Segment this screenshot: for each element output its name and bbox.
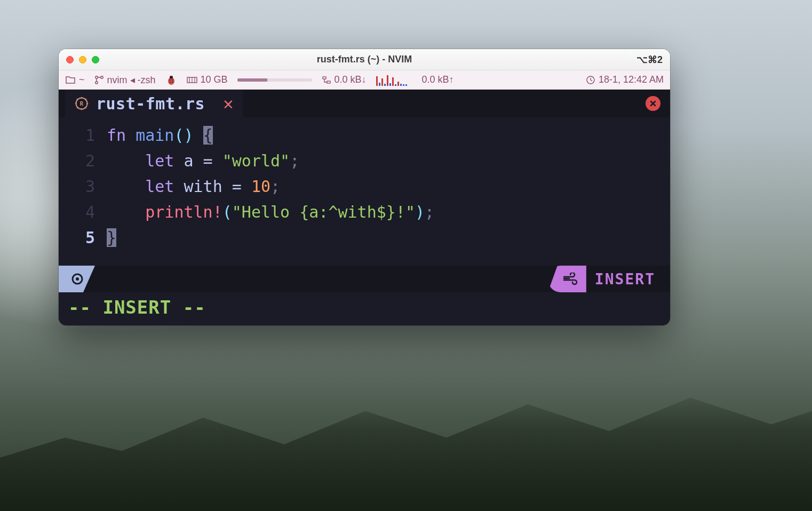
mode-icon [59,266,95,292]
bug-icon [165,74,177,86]
memory-icon [187,76,197,84]
datetime-text: 18-1, 12:42 AM [599,74,664,85]
line-content: println!("Hello {a:^with$}!"); [107,199,670,225]
net-sparkline: 0.0 kB↑ [376,74,454,86]
net-down-indicator: 0.0 kB↓ [322,74,367,85]
statusline-right: INSERT [548,266,670,292]
network-icon [322,75,331,85]
wind-icon [563,273,579,285]
net-up-text: 0.0 kB↑ [422,74,454,85]
memory-gauge [237,78,312,82]
svg-point-7 [172,82,173,83]
maximize-window-button[interactable] [92,56,99,63]
command-line[interactable]: -- INSERT -- [59,292,670,325]
code-line: 4 println!("Hello {a:^with$}!"); [59,199,670,225]
terminal-status-bar: ~ nvim ◂ -zsh 10 GB 0.0 kB↓ [59,70,670,90]
line-content: fn main() { [107,123,670,148]
cwd-text: ~ [79,74,85,85]
titlebar: rust-fmt.rs (~) - NVIM ⌥⌘2 [59,49,670,70]
tab-bar: R rust-fmt.rs ✕ [59,90,670,117]
memory-indicator: 10 GB [187,74,228,85]
mode-label: INSERT [586,270,670,288]
line-number: 3 [59,174,107,199]
svg-point-1 [95,81,97,83]
tabbar-close-button[interactable] [646,96,660,111]
memory-text: 10 GB [201,74,228,85]
line-content: let with = 10; [107,174,670,199]
terminal-window: rust-fmt.rs (~) - NVIM ⌥⌘2 ~ nvim ◂ -zsh… [59,49,670,325]
net-down-text: 0.0 kB↓ [335,74,367,85]
svg-point-2 [100,76,102,78]
cwd-indicator: ~ [65,74,85,85]
svg-rect-10 [323,77,326,79]
editor: R rust-fmt.rs ✕ 1fn main() {2 let a = "w… [59,90,670,325]
traffic-lights [66,56,99,63]
rust-icon: R [75,97,89,110]
folder-icon [65,76,76,84]
process-indicator: nvim ◂ -zsh [94,74,156,86]
minimize-window-button[interactable] [79,56,86,63]
code-area[interactable]: 1fn main() {2 let a = "world";3 let with… [59,117,670,266]
line-number: 4 [59,199,107,225]
svg-point-8 [170,76,173,78]
svg-point-6 [170,82,171,83]
window-title: rust-fmt.rs (~) - NVIM [59,54,670,65]
svg-text:R: R [80,100,84,107]
line-content: } [107,225,670,251]
window-shortcut-label: ⌥⌘2 [636,54,663,66]
svg-point-16 [76,277,79,281]
process-text: nvim ◂ -zsh [107,74,156,86]
tab-close-icon[interactable]: ✕ [223,93,233,114]
svg-point-5 [172,79,173,80]
close-window-button[interactable] [66,56,74,63]
tab-filename: rust-fmt.rs [96,94,205,113]
line-content: let a = "world"; [107,148,670,174]
code-line: 3 let with = 10; [59,174,670,199]
statusline: INSERT [59,266,670,292]
line-number: 5 [59,225,107,251]
code-line: 2 let a = "world"; [59,148,670,174]
datetime-indicator: 18-1, 12:42 AM [586,74,664,85]
file-tab[interactable]: R rust-fmt.rs ✕ [65,90,243,117]
svg-point-0 [95,76,97,78]
wind-indicator [548,266,586,292]
svg-point-4 [169,79,170,80]
clock-icon [586,75,595,85]
branch-icon [94,75,104,85]
line-number: 1 [59,123,107,148]
code-line: 5} [59,225,670,251]
svg-rect-11 [327,81,330,83]
statusline-left [59,266,95,292]
line-number: 2 [59,148,107,174]
code-line: 1fn main() { [59,123,670,148]
